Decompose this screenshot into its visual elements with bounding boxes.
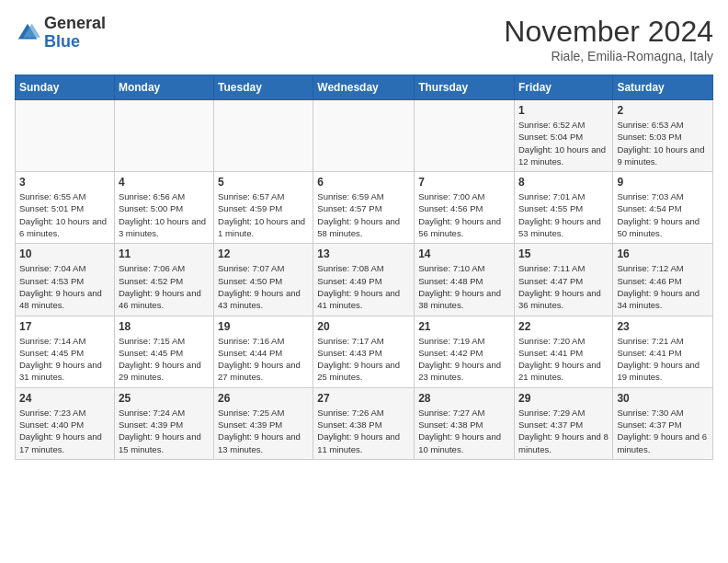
day-info: Sunrise: 7:00 AM Sunset: 4:56 PM Dayligh… <box>418 190 510 239</box>
day-number: 21 <box>418 320 510 333</box>
calendar-cell: 10Sunrise: 7:04 AM Sunset: 4:53 PM Dayli… <box>16 244 115 316</box>
location: Riale, Emilia-Romagna, Italy <box>504 49 713 63</box>
calendar-week-row: 3Sunrise: 6:55 AM Sunset: 5:01 PM Daylig… <box>16 172 713 244</box>
weekday-header-thursday: Thursday <box>415 75 515 100</box>
day-info: Sunrise: 7:19 AM Sunset: 4:42 PM Dayligh… <box>418 335 510 384</box>
day-number: 24 <box>19 392 110 405</box>
calendar-cell: 5Sunrise: 6:57 AM Sunset: 4:59 PM Daylig… <box>214 172 313 244</box>
day-info: Sunrise: 6:53 AM Sunset: 5:03 PM Dayligh… <box>617 119 709 167</box>
calendar-cell: 17Sunrise: 7:14 AM Sunset: 4:45 PM Dayli… <box>16 316 115 387</box>
day-info: Sunrise: 7:11 AM Sunset: 4:47 PM Dayligh… <box>518 262 609 311</box>
day-number: 14 <box>418 247 510 260</box>
day-info: Sunrise: 7:25 AM Sunset: 4:39 PM Dayligh… <box>218 407 309 455</box>
calendar-cell: 6Sunrise: 6:59 AM Sunset: 4:57 PM Daylig… <box>313 172 415 244</box>
title-area: November 2024 Riale, Emilia-Romagna, Ita… <box>504 15 713 63</box>
day-number: 9 <box>617 176 709 189</box>
calendar-cell: 7Sunrise: 7:00 AM Sunset: 4:56 PM Daylig… <box>415 172 515 244</box>
day-number: 4 <box>119 176 210 189</box>
day-info: Sunrise: 6:57 AM Sunset: 4:59 PM Dayligh… <box>218 190 309 239</box>
day-info: Sunrise: 7:27 AM Sunset: 4:38 PM Dayligh… <box>418 407 510 455</box>
day-number: 22 <box>518 320 609 333</box>
day-info: Sunrise: 7:21 AM Sunset: 4:41 PM Dayligh… <box>617 335 709 384</box>
calendar-cell: 3Sunrise: 6:55 AM Sunset: 5:01 PM Daylig… <box>16 172 115 244</box>
calendar-cell: 16Sunrise: 7:12 AM Sunset: 4:46 PM Dayli… <box>613 244 713 316</box>
day-info: Sunrise: 7:03 AM Sunset: 4:54 PM Dayligh… <box>617 190 709 239</box>
calendar-cell <box>415 100 515 172</box>
day-number: 12 <box>218 247 309 260</box>
weekday-header-monday: Monday <box>114 75 213 100</box>
day-info: Sunrise: 7:04 AM Sunset: 4:53 PM Dayligh… <box>19 262 110 311</box>
day-number: 19 <box>218 320 309 333</box>
calendar-cell: 2Sunrise: 6:53 AM Sunset: 5:03 PM Daylig… <box>613 100 713 172</box>
logo-blue: Blue <box>44 32 80 51</box>
calendar-cell: 13Sunrise: 7:08 AM Sunset: 4:49 PM Dayli… <box>313 244 415 316</box>
day-info: Sunrise: 6:56 AM Sunset: 5:00 PM Dayligh… <box>119 190 210 239</box>
calendar-week-row: 10Sunrise: 7:04 AM Sunset: 4:53 PM Dayli… <box>16 244 713 316</box>
day-info: Sunrise: 7:30 AM Sunset: 4:37 PM Dayligh… <box>617 407 709 455</box>
header: General Blue November 2024 Riale, Emilia… <box>15 15 713 63</box>
calendar-cell: 9Sunrise: 7:03 AM Sunset: 4:54 PM Daylig… <box>613 172 713 244</box>
day-info: Sunrise: 7:20 AM Sunset: 4:41 PM Dayligh… <box>518 335 609 384</box>
calendar-cell: 11Sunrise: 7:06 AM Sunset: 4:52 PM Dayli… <box>114 244 213 316</box>
day-number: 20 <box>317 320 410 333</box>
day-number: 26 <box>218 392 309 405</box>
calendar-week-row: 1Sunrise: 6:52 AM Sunset: 5:04 PM Daylig… <box>16 100 713 172</box>
calendar-cell: 12Sunrise: 7:07 AM Sunset: 4:50 PM Dayli… <box>214 244 313 316</box>
calendar-cell: 4Sunrise: 6:56 AM Sunset: 5:00 PM Daylig… <box>114 172 213 244</box>
day-info: Sunrise: 7:10 AM Sunset: 4:48 PM Dayligh… <box>418 262 510 311</box>
day-number: 15 <box>518 247 609 260</box>
day-info: Sunrise: 7:26 AM Sunset: 4:38 PM Dayligh… <box>317 407 410 455</box>
calendar-cell <box>313 100 415 172</box>
logo: General Blue <box>15 15 106 52</box>
logo-general: General <box>44 14 106 32</box>
day-number: 25 <box>119 392 210 405</box>
calendar-cell: 22Sunrise: 7:20 AM Sunset: 4:41 PM Dayli… <box>514 316 612 387</box>
calendar-cell: 19Sunrise: 7:16 AM Sunset: 4:44 PM Dayli… <box>214 316 313 387</box>
day-info: Sunrise: 7:24 AM Sunset: 4:39 PM Dayligh… <box>119 407 210 455</box>
day-info: Sunrise: 7:14 AM Sunset: 4:45 PM Dayligh… <box>19 335 110 384</box>
calendar-cell: 28Sunrise: 7:27 AM Sunset: 4:38 PM Dayli… <box>415 387 515 459</box>
calendar-cell: 18Sunrise: 7:15 AM Sunset: 4:45 PM Dayli… <box>114 316 213 387</box>
day-number: 18 <box>119 320 210 333</box>
day-info: Sunrise: 7:06 AM Sunset: 4:52 PM Dayligh… <box>119 262 210 311</box>
day-number: 27 <box>317 392 410 405</box>
day-info: Sunrise: 7:23 AM Sunset: 4:40 PM Dayligh… <box>19 407 110 455</box>
calendar-cell: 23Sunrise: 7:21 AM Sunset: 4:41 PM Dayli… <box>613 316 713 387</box>
day-number: 2 <box>617 104 709 117</box>
calendar-week-row: 17Sunrise: 7:14 AM Sunset: 4:45 PM Dayli… <box>16 316 713 387</box>
weekday-header-sunday: Sunday <box>16 75 115 100</box>
day-info: Sunrise: 7:01 AM Sunset: 4:55 PM Dayligh… <box>518 190 609 239</box>
day-info: Sunrise: 7:15 AM Sunset: 4:45 PM Dayligh… <box>119 335 210 384</box>
day-number: 30 <box>617 392 709 405</box>
day-number: 10 <box>19 247 110 260</box>
calendar-cell <box>214 100 313 172</box>
day-info: Sunrise: 7:08 AM Sunset: 4:49 PM Dayligh… <box>317 262 410 311</box>
calendar-cell <box>16 100 115 172</box>
weekday-header-row: SundayMondayTuesdayWednesdayThursdayFrid… <box>16 75 713 100</box>
day-number: 23 <box>617 320 709 333</box>
month-title: November 2024 <box>504 15 713 49</box>
weekday-header-wednesday: Wednesday <box>313 75 415 100</box>
day-number: 11 <box>119 247 210 260</box>
calendar-cell: 30Sunrise: 7:30 AM Sunset: 4:37 PM Dayli… <box>613 387 713 459</box>
day-info: Sunrise: 7:16 AM Sunset: 4:44 PM Dayligh… <box>218 335 309 384</box>
day-info: Sunrise: 7:07 AM Sunset: 4:50 PM Dayligh… <box>218 262 309 311</box>
day-number: 3 <box>19 176 110 189</box>
day-number: 17 <box>19 320 110 333</box>
calendar-cell: 24Sunrise: 7:23 AM Sunset: 4:40 PM Dayli… <box>16 387 115 459</box>
logo-icon <box>15 20 40 46</box>
calendar-week-row: 24Sunrise: 7:23 AM Sunset: 4:40 PM Dayli… <box>16 387 713 459</box>
day-info: Sunrise: 7:17 AM Sunset: 4:43 PM Dayligh… <box>317 335 410 384</box>
calendar-cell <box>114 100 213 172</box>
calendar-cell: 21Sunrise: 7:19 AM Sunset: 4:42 PM Dayli… <box>415 316 515 387</box>
weekday-header-friday: Friday <box>514 75 612 100</box>
calendar-cell: 20Sunrise: 7:17 AM Sunset: 4:43 PM Dayli… <box>313 316 415 387</box>
calendar-cell: 1Sunrise: 6:52 AM Sunset: 5:04 PM Daylig… <box>514 100 612 172</box>
day-number: 7 <box>418 176 510 189</box>
day-number: 13 <box>317 247 410 260</box>
logo-text: General Blue <box>44 15 106 52</box>
day-number: 8 <box>518 176 609 189</box>
calendar-cell: 8Sunrise: 7:01 AM Sunset: 4:55 PM Daylig… <box>514 172 612 244</box>
day-number: 1 <box>518 104 609 117</box>
calendar-cell: 25Sunrise: 7:24 AM Sunset: 4:39 PM Dayli… <box>114 387 213 459</box>
